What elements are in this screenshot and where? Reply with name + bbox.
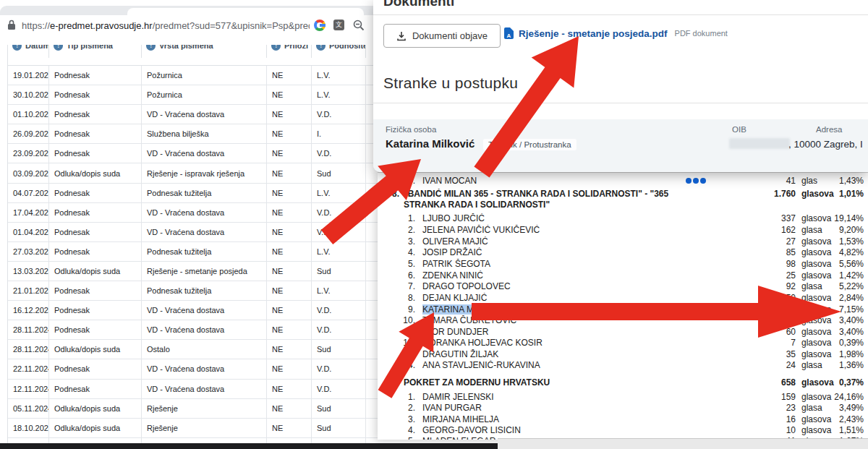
table-cell: Službena bilješka: [142, 124, 267, 143]
table-cell: Sud: [312, 262, 366, 281]
candidate-result-row: 10.TAMARA ČUBRETOVIĆ60glasova3,40%: [378, 315, 868, 327]
address-value: , 10000 Zagreb, I: [788, 139, 863, 150]
vote-count: 24: [739, 360, 796, 370]
result-name: LJUBO JURČIĆ: [422, 213, 733, 223]
vote-count: 35: [739, 349, 796, 359]
table-cell: 28.11.2024.: [8, 320, 49, 339]
column-header[interactable]: ↕Vrsta pismena: [142, 45, 267, 58]
table-cell: Sud: [312, 419, 366, 437]
vote-count: 23: [739, 403, 796, 413]
table-cell: 22.11.2024.: [8, 359, 49, 378]
result-name: ZDENKA NINIĆ: [422, 270, 733, 281]
candidate-result-row: 9.KATARINA MILKOVIĆ126glasova7,15%: [378, 304, 868, 316]
table-cell: NE: [267, 419, 312, 437]
party-result-row: 8."BANDIĆ MILAN 365 - STRANKA RADA I SOL…: [378, 189, 868, 200]
result-name: GEORG-DAVOR LISICIN: [422, 425, 733, 435]
dokumenti-objave-button[interactable]: Dokumenti objave: [383, 24, 501, 48]
table-cell: NE: [267, 85, 312, 104]
pdf-type-label: PDF dokument: [675, 29, 728, 38]
zoom-out-icon[interactable]: [353, 20, 365, 31]
column-header[interactable]: ↕Datum: [8, 45, 49, 58]
sort-icon[interactable]: ↕: [271, 45, 281, 51]
table-cell: Podnesak: [49, 203, 142, 222]
vote-percent: 1,01%: [820, 189, 864, 199]
person-name: Katarina Milković: [386, 137, 475, 150]
table-cell: NE: [267, 320, 312, 339]
table-cell: V.D.: [312, 203, 366, 222]
sort-icon[interactable]: ↕: [12, 45, 22, 51]
sort-icon[interactable]: ↕: [146, 45, 156, 51]
candidate-result-row: 5.PATRIK ŠEGOTA98glasova5,56%: [378, 259, 868, 270]
table-cell: VD - Vraćena dostava: [142, 380, 267, 398]
table-cell: NE: [267, 105, 312, 124]
table-cell: Podnesak: [49, 242, 142, 261]
translate-icon[interactable]: 文: [333, 20, 344, 30]
browser-tab[interactable]: [127, 8, 364, 15]
party-result-row: 9.POKRET ZA MODERNU HRVATSKU658glasova0,…: [378, 377, 868, 389]
sort-icon[interactable]: ↕: [54, 45, 63, 51]
vote-count: 658: [739, 377, 796, 388]
vote-percent: 24,16%: [820, 392, 864, 402]
table-cell: NE: [267, 399, 312, 418]
redacted-oib-value: [729, 138, 790, 149]
column-header-label: Datum: [25, 45, 49, 50]
result-number: 4.: [378, 247, 415, 257]
result-name: DRAGUTIN ŽILJAK: [422, 349, 733, 359]
table-cell: Tužba: [142, 438, 267, 443]
table-cell: V.D.: [312, 380, 366, 398]
redaction-dots-icon: [686, 178, 706, 184]
table-cell: L.V.: [312, 184, 366, 202]
result-number: 13.: [378, 349, 415, 359]
divider: [373, 103, 868, 103]
candidate-result-row: 8.DEJAN KLJAJIĆ50glasova2,84%: [378, 293, 868, 304]
vote-count: 98: [739, 259, 796, 269]
vote-count: 10: [739, 425, 796, 435]
vote-percent: 0,37%: [820, 377, 864, 388]
table-cell: L.V.: [312, 85, 366, 104]
vote-percent: 3,49%: [820, 403, 864, 413]
lock-icon: [7, 20, 16, 30]
table-cell: NE: [267, 223, 312, 241]
column-header[interactable]: ↕Prilozi: [267, 45, 312, 58]
table-cell: Podnesak: [49, 281, 142, 300]
url-bar[interactable]: https://e-predmet.pravosudje.hr/predmet?…: [22, 20, 310, 31]
result-name: JOSIP DRŽAIĆ: [422, 247, 733, 257]
divider: [373, 14, 868, 15]
vote-percent: 1,98%: [820, 349, 864, 359]
result-number: 2.: [378, 403, 415, 413]
table-cell: Požurnica: [142, 66, 267, 85]
table-cell: 19.01.2026.: [8, 66, 49, 85]
result-number: 3.: [378, 236, 415, 247]
selected-text[interactable]: KATARINA MILKOVIĆ: [422, 304, 508, 315]
table-cell: V.D.: [312, 105, 366, 124]
dokumenti-panel: Dokumenti Dokumenti objave Rješenje - sm…: [373, 0, 868, 172]
vote-percent: 1,53%: [820, 236, 864, 247]
vote-percent: 5,56%: [820, 259, 864, 269]
table-cell: L.V.: [312, 242, 366, 261]
table-cell: NE: [267, 301, 312, 320]
table-cell: 26.09.2025.: [8, 124, 49, 143]
column-header[interactable]: ↕Tip pismena: [49, 45, 142, 58]
table-cell: V.D.: [312, 144, 366, 163]
table-cell: 25.09.2024.: [8, 438, 49, 443]
table-cell: NE: [267, 281, 312, 300]
result-name-line2: STRANKA RADA I SOLIDARNOSTI": [404, 200, 550, 210]
pdf-link[interactable]: Rješenje - smetanje posjeda.pdf: [519, 28, 668, 39]
column-header[interactable]: ↕Podnositelj: [312, 45, 366, 58]
result-number: 1.: [378, 392, 415, 402]
table-cell: 13.03.2025.: [8, 262, 49, 281]
address-label: Adresa: [816, 125, 842, 134]
person-role-badge: Tuženik / Protustranka: [483, 139, 576, 150]
sort-icon[interactable]: ↕: [316, 45, 326, 51]
google-icon[interactable]: [314, 20, 326, 31]
candidate-result-row: 3.MIRJANA MIHELJA16glasova2,43%: [378, 414, 868, 426]
result-name: PATRIK ŠEGOTA: [422, 259, 733, 269]
person-type-label: Fizička osoba: [386, 125, 436, 134]
table-cell: L.V.: [312, 281, 366, 300]
result-name: POKRET ZA MODERNU HRVATSKU: [404, 377, 715, 388]
table-cell: 28.11.2024.: [8, 340, 49, 359]
table-cell: Požurnica: [142, 85, 267, 104]
vote-count: 126: [739, 304, 796, 315]
table-cell: Odluka/dopis suda: [49, 340, 142, 359]
table-cell: Podnesak: [49, 438, 142, 443]
